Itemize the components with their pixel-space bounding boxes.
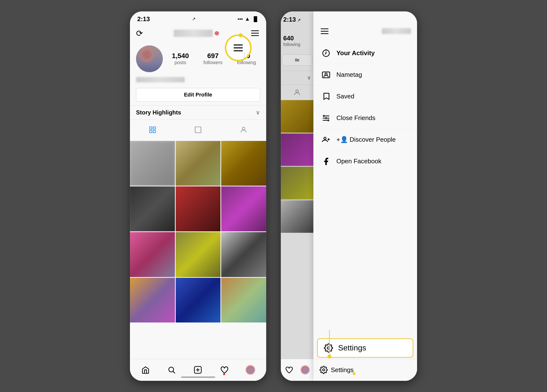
nav-profile[interactable]	[242, 363, 258, 377]
username-notification-dot	[215, 31, 219, 35]
svg-point-5	[242, 127, 245, 130]
nametag-icon	[321, 70, 331, 80]
hamburger-line-3	[251, 35, 259, 36]
nav-search[interactable]	[164, 363, 179, 376]
edit-profile-button[interactable]: Edit Profile	[136, 88, 260, 102]
bio-blur	[136, 77, 185, 82]
svg-point-24	[328, 347, 330, 349]
menu-item-open-facebook[interactable]: Open Facebook	[313, 151, 417, 172]
grid-photo-5[interactable]	[176, 186, 221, 231]
signal-icon-left: ▪▪▪	[238, 16, 243, 22]
menu-ham-line-2	[321, 31, 328, 32]
svg-point-25	[323, 369, 325, 371]
settings-highlighted-label: Settings	[338, 343, 366, 352]
history-icon[interactable]: ⟳	[136, 28, 143, 38]
nav-home[interactable]	[138, 363, 153, 376]
settings-footer-label: Settings	[331, 366, 354, 374]
discover-people-label: +👤 Discover People	[336, 136, 396, 143]
saved-label: Saved	[336, 93, 354, 100]
nametag-label: Nametag	[336, 71, 362, 78]
tab-tagged[interactable]	[235, 123, 252, 137]
menu-item-nametag[interactable]: Nametag	[313, 64, 417, 86]
menu-username	[382, 28, 411, 34]
profile-thumb	[246, 366, 255, 374]
edit-profile-label: Edit Profile	[184, 92, 212, 98]
avatar-image	[136, 45, 163, 72]
username-blur	[174, 30, 213, 37]
your-activity-icon	[321, 48, 331, 59]
feed-icon	[194, 126, 202, 134]
svg-rect-1	[153, 127, 155, 129]
followers-count: 697	[203, 52, 223, 60]
saved-icon	[321, 91, 331, 102]
annotation-circle	[225, 35, 252, 61]
grid-photo-1[interactable]	[130, 141, 175, 186]
settings-yellow-dot	[353, 372, 356, 375]
status-time-left: 2:13	[137, 15, 150, 23]
close-friends-label: Close Friends	[336, 114, 375, 122]
grid-photo-9[interactable]	[221, 232, 266, 277]
nav-add[interactable]	[190, 363, 206, 376]
wifi-icon-left: ▲	[245, 16, 250, 22]
close-friends-icon	[321, 113, 331, 123]
partial-bottom-nav	[281, 359, 313, 381]
grid-photo-4[interactable]	[130, 186, 175, 231]
settings-footer-icon	[319, 366, 328, 374]
status-icons-left: ▪▪▪ ▲ ▐▌	[238, 16, 259, 22]
menu-hamburger[interactable]	[319, 27, 330, 35]
svg-line-7	[173, 371, 175, 373]
grid-photo-6[interactable]	[221, 186, 266, 231]
menu-dim-overlay	[281, 11, 313, 381]
followers-label: followers	[203, 60, 223, 65]
grid-photo-11[interactable]	[176, 278, 221, 323]
grid-photo-7[interactable]	[130, 232, 175, 277]
posts-label: posts	[172, 60, 189, 65]
svg-point-21	[324, 137, 326, 139]
svg-rect-2	[150, 130, 152, 132]
grid-icon	[149, 126, 156, 134]
hamburger-line-2	[251, 33, 259, 34]
grid-photo-8[interactable]	[176, 232, 221, 277]
facebook-icon	[321, 156, 331, 167]
nav-heart[interactable]	[216, 363, 232, 376]
right-phone: 2:13 ↗ 640 following ile ∨	[281, 11, 417, 381]
partial-heart-icon	[285, 366, 293, 374]
home-icon	[141, 366, 150, 374]
grid-photo-10[interactable]	[130, 278, 175, 323]
settings-highlighted-box[interactable]: Settings	[317, 338, 413, 358]
content-tab-bar	[130, 120, 266, 141]
followers-stat[interactable]: 697 followers	[203, 52, 223, 65]
tab-feed[interactable]	[189, 123, 207, 137]
bio-area	[130, 76, 266, 88]
left-phone-inner: 2:13 ↗ ▪▪▪ ▲ ▐▌ ⟳	[130, 11, 266, 381]
posts-count: 1,540	[172, 52, 189, 60]
grid-photo-3[interactable]	[221, 141, 266, 186]
your-activity-label: Your Activity	[336, 49, 374, 57]
story-highlights-label: Story Highlights	[136, 109, 181, 116]
left-phone: 2:13 ↗ ▪▪▪ ▲ ▐▌ ⟳	[130, 11, 266, 381]
menu-item-close-friends[interactable]: Close Friends	[313, 107, 417, 129]
tab-grid[interactable]	[144, 123, 161, 137]
story-highlights-chevron: ∨	[256, 109, 260, 116]
yellow-dot-connector-top	[239, 33, 243, 37]
menu-item-saved[interactable]: Saved	[313, 86, 417, 107]
home-indicator-left	[181, 376, 215, 378]
heart-icon	[220, 366, 228, 374]
grid-photo-2[interactable]	[176, 141, 221, 186]
ann-line-1	[234, 44, 243, 45]
hamburger-line-1	[251, 30, 259, 31]
person-tag-icon	[240, 126, 247, 134]
hamburger-menu-button[interactable]	[250, 29, 260, 37]
grid-photo-12[interactable]	[221, 278, 266, 323]
avatar	[136, 45, 163, 72]
story-highlights-section[interactable]: Story Highlights ∨	[130, 105, 266, 120]
heart-notification-dot	[223, 373, 225, 375]
username-area	[174, 30, 219, 37]
menu-item-your-activity[interactable]: Your Activity	[313, 43, 417, 64]
menu-item-discover-people[interactable]: +👤 Discover People	[313, 129, 417, 151]
status-bar-left: 2:13 ↗ ▪▪▪ ▲ ▐▌	[130, 11, 266, 25]
photo-grid	[130, 141, 266, 323]
settings-footer-item[interactable]: Settings	[319, 366, 354, 374]
right-phone-inner: 2:13 ↗ 640 following ile ∨	[281, 11, 417, 381]
menu-items-list: Your Activity Nametag	[313, 40, 417, 174]
